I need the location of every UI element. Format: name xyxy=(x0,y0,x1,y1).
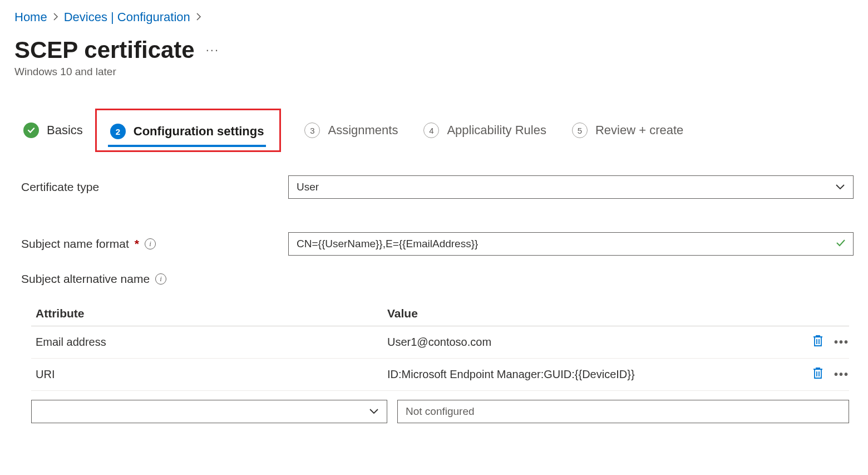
san-row: Email address User1@contoso.com ••• xyxy=(31,326,849,359)
step-number-icon: 4 xyxy=(423,123,439,138)
more-icon[interactable]: ••• xyxy=(834,336,849,349)
wizard-tabs: Basics 2 Configuration settings 3 Assign… xyxy=(14,109,854,152)
input-placeholder: Not configured xyxy=(406,405,475,418)
tab-label: Applicability Rules xyxy=(447,123,546,138)
subject-name-format-input[interactable]: CN={{UserName}},E={{EmailAddress}} xyxy=(288,232,854,256)
info-icon[interactable]: i xyxy=(155,273,166,285)
col-header-attribute: Attribute xyxy=(31,307,387,320)
tab-label: Basics xyxy=(47,123,83,138)
tab-label: Review + create xyxy=(595,123,683,138)
san-new-value-input[interactable]: Not configured xyxy=(397,400,849,423)
more-icon[interactable]: ••• xyxy=(834,368,849,381)
san-attribute: URI xyxy=(31,368,387,381)
chevron-right-icon xyxy=(196,12,201,23)
tab-label: Configuration settings xyxy=(134,124,264,139)
tab-basics[interactable]: Basics xyxy=(21,119,85,141)
tab-assignments[interactable]: 3 Assignments xyxy=(302,119,400,141)
san-new-attribute-select[interactable] xyxy=(31,400,387,423)
subject-name-format-label: Subject name format * i xyxy=(21,237,288,251)
san-value: ID:Microsoft Endpoint Manager:GUID:{{Dev… xyxy=(387,368,793,381)
breadcrumb-devices[interactable]: Devices | Configuration xyxy=(64,10,190,25)
input-value: CN={{UserName}},E={{EmailAddress}} xyxy=(297,238,478,250)
page-subtitle: Windows 10 and later xyxy=(14,66,854,78)
step-number-icon: 2 xyxy=(110,124,126,139)
highlight-current-step: 2 Configuration settings xyxy=(95,109,282,152)
chevron-down-icon xyxy=(369,408,379,415)
subject-alternative-name-label: Subject alternative name i xyxy=(21,272,288,286)
valid-check-icon xyxy=(835,237,846,251)
certificate-type-select[interactable]: User xyxy=(288,175,854,199)
tab-configuration-settings[interactable]: 2 Configuration settings xyxy=(108,120,267,143)
check-icon xyxy=(23,123,39,138)
san-attribute: Email address xyxy=(31,336,387,349)
tab-label: Assignments xyxy=(328,123,398,138)
label-text: Subject name format xyxy=(21,237,129,251)
col-header-value: Value xyxy=(387,307,793,320)
tab-applicability-rules[interactable]: 4 Applicability Rules xyxy=(421,119,549,141)
select-value: User xyxy=(297,181,319,193)
chevron-right-icon xyxy=(53,12,58,23)
san-value: User1@contoso.com xyxy=(387,336,793,349)
label-text: Subject alternative name xyxy=(21,272,150,286)
required-indicator: * xyxy=(135,237,139,251)
breadcrumb-home[interactable]: Home xyxy=(14,10,47,25)
page-title: SCEP certificate xyxy=(14,37,195,63)
tab-review-create[interactable]: 5 Review + create xyxy=(570,119,685,141)
info-icon[interactable]: i xyxy=(145,238,156,249)
certificate-type-label: Certificate type xyxy=(21,180,288,194)
san-table: Attribute Value Email address User1@cont… xyxy=(21,301,854,428)
breadcrumb: Home Devices | Configuration xyxy=(14,10,854,25)
step-number-icon: 5 xyxy=(572,123,588,138)
delete-icon[interactable] xyxy=(812,334,824,350)
delete-icon[interactable] xyxy=(812,366,824,383)
chevron-down-icon xyxy=(835,184,845,190)
step-number-icon: 3 xyxy=(304,123,320,138)
san-row: URI ID:Microsoft Endpoint Manager:GUID:{… xyxy=(31,359,849,391)
more-actions-button[interactable]: ··· xyxy=(206,43,219,57)
